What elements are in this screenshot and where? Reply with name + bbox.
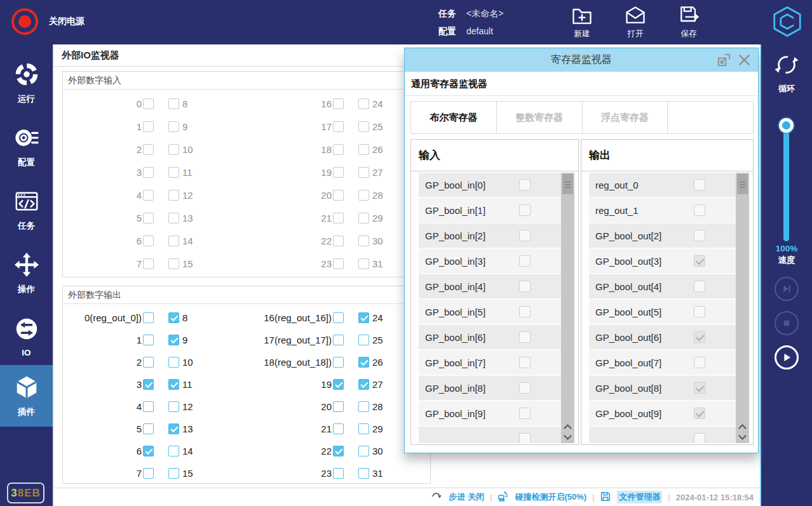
- io-checkbox[interactable]: [358, 190, 369, 201]
- io-checkbox[interactable]: [358, 236, 369, 246]
- io-checkbox[interactable]: [333, 258, 344, 269]
- register-checkbox[interactable]: [694, 255, 705, 267]
- register-checkbox[interactable]: [694, 357, 705, 368]
- io-checkbox[interactable]: [333, 312, 344, 323]
- register-checkbox[interactable]: [519, 433, 531, 443]
- close-icon[interactable]: [737, 53, 752, 70]
- register-checkbox[interactable]: [519, 281, 531, 292]
- sidebar-item-config[interactable]: 配置: [0, 119, 53, 173]
- io-checkbox[interactable]: [143, 236, 154, 246]
- io-checkbox[interactable]: [168, 423, 179, 434]
- step-mode-status[interactable]: 步进 关闭: [449, 491, 484, 503]
- register-checkbox[interactable]: [694, 306, 705, 317]
- io-checkbox[interactable]: [143, 121, 154, 132]
- save-button[interactable]: 保存: [672, 4, 705, 39]
- register-checkbox[interactable]: [694, 408, 705, 419]
- io-checkbox[interactable]: [168, 446, 179, 456]
- register-checkbox[interactable]: [519, 408, 531, 419]
- io-checkbox[interactable]: [168, 258, 179, 269]
- io-checkbox[interactable]: [143, 312, 154, 323]
- io-checkbox[interactable]: [333, 423, 344, 434]
- io-checkbox[interactable]: [333, 167, 344, 178]
- scroll-up-icon[interactable]: [736, 422, 749, 432]
- io-checkbox[interactable]: [358, 357, 369, 368]
- io-checkbox[interactable]: [358, 167, 369, 178]
- io-checkbox[interactable]: [143, 98, 154, 109]
- register-checkbox[interactable]: [694, 382, 705, 394]
- scroll-down-icon[interactable]: [736, 432, 749, 442]
- io-checkbox[interactable]: [358, 335, 369, 345]
- register-checkbox[interactable]: [519, 230, 531, 241]
- io-checkbox[interactable]: [358, 446, 369, 456]
- io-checkbox[interactable]: [143, 423, 154, 434]
- io-checkbox[interactable]: [143, 167, 154, 178]
- io-checkbox[interactable]: [143, 144, 154, 155]
- register-checkbox[interactable]: [519, 179, 531, 190]
- io-checkbox[interactable]: [168, 335, 179, 345]
- register-checkbox[interactable]: [694, 230, 705, 241]
- scrollbar-thumb[interactable]: [737, 174, 748, 194]
- register-checkbox[interactable]: [519, 204, 531, 216]
- register-checkbox[interactable]: [519, 382, 531, 394]
- scroll-up-icon[interactable]: [561, 422, 574, 432]
- io-checkbox[interactable]: [168, 236, 179, 246]
- io-checkbox[interactable]: [168, 190, 179, 201]
- speed-slider-track[interactable]: [783, 124, 789, 241]
- io-checkbox[interactable]: [168, 379, 179, 390]
- io-checkbox[interactable]: [168, 468, 179, 479]
- io-checkbox[interactable]: [168, 401, 179, 412]
- io-checkbox[interactable]: [168, 121, 179, 132]
- scrollbar-thumb[interactable]: [562, 174, 573, 194]
- sidebar-item-operate[interactable]: 操作: [0, 246, 53, 300]
- io-checkbox[interactable]: [333, 468, 344, 479]
- tab-bool-register[interactable]: 布尔寄存器: [411, 102, 497, 133]
- io-checkbox[interactable]: [143, 446, 154, 456]
- io-checkbox[interactable]: [358, 423, 369, 434]
- register-checkbox[interactable]: [519, 255, 531, 267]
- io-checkbox[interactable]: [333, 236, 344, 246]
- io-checkbox[interactable]: [143, 190, 154, 201]
- io-checkbox[interactable]: [333, 335, 344, 345]
- io-checkbox[interactable]: [358, 213, 369, 223]
- io-checkbox[interactable]: [168, 167, 179, 178]
- io-checkbox[interactable]: [358, 401, 369, 412]
- io-checkbox[interactable]: [333, 98, 344, 109]
- io-checkbox[interactable]: [333, 121, 344, 132]
- register-checkbox[interactable]: [694, 281, 705, 292]
- io-checkbox[interactable]: [358, 468, 369, 479]
- io-checkbox[interactable]: [333, 190, 344, 201]
- scrollbar[interactable]: [736, 173, 749, 443]
- io-checkbox[interactable]: [333, 446, 344, 456]
- stop-button[interactable]: [775, 311, 799, 335]
- sidebar-item-io[interactable]: IO: [0, 310, 53, 363]
- io-checkbox[interactable]: [333, 401, 344, 412]
- io-checkbox[interactable]: [143, 335, 154, 345]
- power-button[interactable]: 关闭电源: [11, 8, 85, 35]
- io-checkbox[interactable]: [333, 144, 344, 155]
- register-checkbox[interactable]: [694, 331, 705, 343]
- io-checkbox[interactable]: [168, 357, 179, 368]
- io-checkbox[interactable]: [143, 258, 154, 269]
- collision-detect-status[interactable]: 碰撞检测开启(50%): [515, 491, 586, 503]
- io-checkbox[interactable]: [333, 213, 344, 223]
- loop-button[interactable]: 循环: [761, 52, 812, 95]
- io-checkbox[interactable]: [143, 401, 154, 412]
- scroll-down-icon[interactable]: [561, 432, 574, 442]
- open-button[interactable]: 打开: [619, 4, 652, 39]
- io-checkbox[interactable]: [168, 312, 179, 323]
- sidebar-item-run[interactable]: 运行: [0, 56, 53, 109]
- register-checkbox[interactable]: [519, 306, 531, 317]
- file-manager-button[interactable]: 文件管理器: [617, 491, 662, 503]
- tab-float-register[interactable]: 浮点寄存器: [583, 102, 668, 133]
- io-checkbox[interactable]: [358, 312, 369, 323]
- register-checkbox[interactable]: [694, 433, 705, 443]
- io-checkbox[interactable]: [358, 121, 369, 132]
- popout-icon[interactable]: [717, 53, 731, 70]
- io-checkbox[interactable]: [358, 144, 369, 155]
- io-checkbox[interactable]: [358, 98, 369, 109]
- io-checkbox[interactable]: [358, 258, 369, 269]
- io-checkbox[interactable]: [143, 213, 154, 223]
- status-badge[interactable]: 38EB: [7, 483, 44, 503]
- io-checkbox[interactable]: [333, 379, 344, 390]
- new-button[interactable]: 新建: [565, 4, 599, 39]
